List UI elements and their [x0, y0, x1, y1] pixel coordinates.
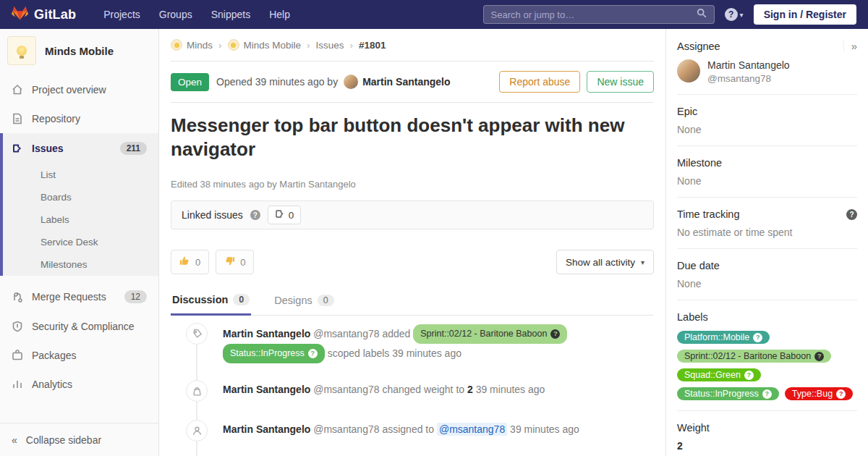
- due-date-block: Due date None: [677, 249, 857, 300]
- sidebar-item-label: Issues: [32, 143, 64, 154]
- user-icon: [186, 420, 208, 442]
- search-input[interactable]: [491, 9, 697, 20]
- time-tracking-value: No estimate or time spent: [677, 227, 857, 238]
- sidebar-item-analytics[interactable]: Analytics: [0, 370, 158, 399]
- assignee-title: Assignee: [677, 41, 720, 52]
- label-pill[interactable]: Type::Bug ?: [785, 387, 853, 400]
- time-tracking-help-icon[interactable]: ?: [846, 209, 857, 220]
- scoped-label-help-icon: ?: [753, 333, 762, 342]
- due-date-title: Due date: [677, 260, 857, 271]
- scoped-label-help-icon: ?: [308, 349, 318, 358]
- chevron-down-icon: ▾: [641, 258, 644, 266]
- scoped-label-help-icon: ?: [744, 371, 754, 380]
- sidebar-item-labels[interactable]: Labels: [3, 208, 158, 231]
- sidebar-item-project-overview[interactable]: Project overview: [0, 75, 158, 104]
- activity-filter-dropdown[interactable]: Show all activity ▾: [556, 250, 654, 274]
- weight-icon: [186, 380, 208, 402]
- sidebar-item-boards[interactable]: Boards: [3, 186, 158, 208]
- document-icon: [12, 113, 23, 124]
- project-header[interactable]: Minds Mobile: [0, 29, 158, 75]
- breadcrumb-issues[interactable]: Issues: [316, 40, 344, 51]
- project-avatar: [7, 36, 36, 65]
- activity-item-labels: Martin Santangelo @msantang78 added Spri…: [171, 324, 654, 363]
- breadcrumb-project[interactable]: Minds Mobile: [228, 39, 302, 51]
- collapse-right-sidebar-icon[interactable]: »: [843, 40, 857, 52]
- global-search[interactable]: [483, 5, 715, 24]
- assignee-name[interactable]: Martin Santangelo: [707, 59, 790, 71]
- collapse-sidebar-label: Collapse sidebar: [26, 434, 101, 446]
- designs-count-badge: 0: [318, 295, 334, 306]
- gitlab-logo[interactable]: GitLab: [12, 5, 76, 24]
- sign-in-button[interactable]: Sign in / Register: [754, 4, 856, 25]
- scoped-label-help-icon: ?: [550, 329, 560, 339]
- thumbs-down-icon: [224, 256, 235, 269]
- sidebar-item-milestones[interactable]: Milestones: [3, 253, 158, 276]
- issue-status-row: Open Opened 39 minutes ago by Martin San…: [171, 62, 654, 103]
- assignee-mention-link[interactable]: @msantang78: [437, 423, 507, 436]
- sidebar-item-repository[interactable]: Repository: [0, 104, 158, 133]
- menu-projects[interactable]: Projects: [96, 6, 148, 23]
- epic-value: None: [677, 124, 857, 135]
- issue-title: Messenger top bar button doesn't appear …: [171, 114, 634, 161]
- issue-main: Minds › Minds Mobile › Issues › #1801 Op…: [159, 29, 665, 456]
- help-icon: ?: [725, 8, 738, 21]
- tab-discussion[interactable]: Discussion 0: [171, 286, 251, 316]
- main-menu: Projects Groups Snippets Help: [96, 6, 297, 23]
- sidebar-item-list[interactable]: List: [3, 164, 158, 186]
- weight-value: 2: [677, 440, 857, 452]
- help-menu[interactable]: ? ▾: [725, 8, 744, 21]
- actor-link[interactable]: Martin Santangelo: [223, 423, 310, 435]
- shield-icon: [12, 321, 23, 332]
- label-pill[interactable]: Sprint::02/12 - Baritone Baboon ?: [413, 324, 567, 344]
- opened-text: Opened 39 minutes ago by: [216, 76, 338, 88]
- time-tracking-block: Time tracking ? No estimate or time spen…: [677, 198, 857, 249]
- chart-icon: [12, 379, 23, 390]
- scoped-label-help-icon: ?: [814, 352, 824, 361]
- sidebar-item-security[interactable]: Security & Compliance: [0, 312, 158, 341]
- project-sidebar: Minds Mobile Project overview Repository…: [0, 29, 159, 456]
- top-navbar: GitLab Projects Groups Snippets Help ? ▾…: [0, 0, 868, 29]
- menu-groups[interactable]: Groups: [152, 6, 200, 23]
- label-pill[interactable]: Platform::Mobile ?: [677, 331, 770, 344]
- weight-value: 2: [467, 384, 473, 395]
- breadcrumb-group[interactable]: Minds: [171, 39, 213, 51]
- menu-help[interactable]: Help: [262, 6, 297, 23]
- label-pill[interactable]: Status::InProgress ?: [223, 344, 325, 363]
- sidebar-item-label: Analytics: [32, 379, 72, 390]
- label-pill[interactable]: Squad::Green ?: [677, 368, 761, 381]
- sidebar-item-label: Packages: [32, 350, 76, 361]
- label-pill[interactable]: Sprint::02/12 - Baritone Baboon ?: [677, 350, 831, 363]
- sidebar-item-service-desk[interactable]: Service Desk: [3, 231, 158, 253]
- scoped-label-help-icon: ?: [836, 389, 846, 399]
- linked-issues-card: Linked issues ? 0: [171, 200, 654, 229]
- sidebar-item-merge-requests[interactable]: Merge Requests 12: [0, 282, 158, 312]
- new-issue-button[interactable]: New issue: [587, 71, 654, 93]
- group-avatar: [171, 39, 182, 51]
- chevron-down-icon: ▾: [740, 11, 744, 19]
- activity-filter-label: Show all activity: [566, 257, 635, 268]
- double-chevron-left-icon: «: [12, 434, 17, 446]
- breadcrumb-separator: ›: [307, 40, 310, 51]
- actor-link[interactable]: Martin Santangelo: [223, 384, 310, 395]
- breadcrumb: Minds › Minds Mobile › Issues › #1801: [171, 29, 654, 62]
- actor-link[interactable]: Martin Santangelo: [223, 328, 310, 339]
- milestone-block: Milestone None: [677, 146, 857, 198]
- collapse-sidebar-button[interactable]: « Collapse sidebar: [0, 423, 158, 456]
- label-pill[interactable]: Status::InProgress ?: [677, 387, 779, 400]
- linked-issues-count-button[interactable]: 0: [268, 206, 302, 224]
- thumbs-up-button[interactable]: 0: [171, 250, 209, 274]
- sidebar-item-issues[interactable]: Issues 211: [3, 133, 158, 164]
- epic-title: Epic: [677, 106, 857, 117]
- thumbs-down-button[interactable]: 0: [216, 250, 254, 274]
- linked-issues-help-icon[interactable]: ?: [250, 210, 260, 220]
- mr-count-badge: 12: [124, 290, 147, 303]
- issues-icon: [12, 143, 23, 154]
- sidebar-item-packages[interactable]: Packages: [0, 341, 158, 370]
- report-abuse-button[interactable]: Report abuse: [499, 71, 580, 93]
- author-link[interactable]: Martin Santangelo: [362, 76, 450, 88]
- assignee-block: Assignee » Martin Santangelo @msantang78: [677, 29, 857, 95]
- labels-block: Labels Platform::Mobile ? Sprint::02/12 …: [677, 300, 857, 411]
- menu-snippets[interactable]: Snippets: [204, 6, 258, 23]
- project-name: Minds Mobile: [45, 45, 114, 57]
- tab-designs[interactable]: Designs 0: [273, 286, 335, 315]
